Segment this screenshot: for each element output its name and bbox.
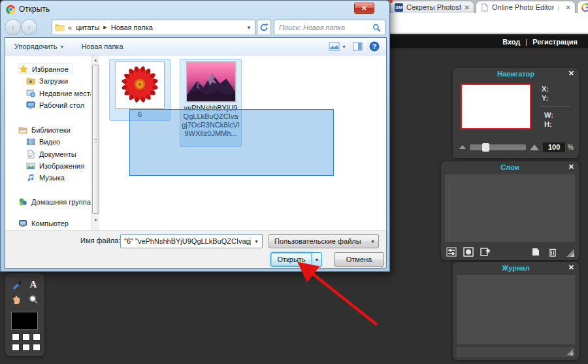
sidebar-item-music[interactable]: Музыка — [26, 172, 65, 183]
forward-button[interactable]: › — [21, 19, 37, 35]
resize-grip-icon[interactable] — [564, 247, 575, 257]
close-icon[interactable]: ✕ — [568, 163, 574, 171]
sidebar-item-video[interactable]: Видео — [26, 136, 60, 147]
search-box[interactable]: Поиск: Новая папка — [274, 20, 385, 35]
sidebar-item-recent-places[interactable]: Недавние места — [26, 88, 94, 99]
back-button[interactable]: ‹ — [5, 19, 21, 35]
documents-icon — [26, 150, 35, 159]
sidebar-item-homegroup[interactable]: Домашняя группа — [18, 196, 91, 207]
address-bar[interactable]: « цитаты ▶ Новая папка ▼ — [52, 20, 255, 35]
tab-google[interactable] — [577, 1, 588, 13]
navigator-titlebar[interactable]: Навигатор ✕ — [453, 68, 579, 80]
layer-mask-icon[interactable] — [463, 247, 474, 257]
chrome-icon — [6, 5, 16, 14]
sidebar-item-documents[interactable]: Документы — [26, 148, 76, 159]
sidebar-item-downloads[interactable]: Загрузки — [26, 75, 68, 86]
filename-input[interactable]: "6" "vePhNshhBYjU9QgLLkBuQZCIvagj7Oc ▼ — [120, 234, 263, 248]
history-title: Журнал — [502, 264, 529, 272]
login-link[interactable]: Вход — [502, 38, 520, 46]
navigator-preview[interactable] — [461, 84, 531, 129]
new-layer-icon[interactable] — [531, 247, 541, 257]
cancel-button[interactable]: Отмена — [334, 252, 384, 267]
homegroup-icon — [18, 197, 27, 207]
views-button[interactable]: ▼ — [329, 42, 346, 51]
zoom-out-icon[interactable] — [459, 145, 466, 149]
browser-toolbar — [389, 13, 588, 34]
open-button-dropdown[interactable]: ▼ — [312, 252, 322, 267]
swatch-cell[interactable] — [33, 344, 41, 351]
sidebar-scrollbar[interactable]: ▲ ▼ — [91, 56, 99, 230]
breadcrumb-new-folder[interactable]: Новая папка — [111, 24, 153, 31]
tab-label: Online Photo Editor — [492, 3, 554, 11]
history-titlebar[interactable]: Журнал ✕ — [453, 262, 579, 274]
sidebar-item-favorites[interactable]: Избранное — [18, 63, 73, 74]
collapsed-crumbs-chevron[interactable]: « — [68, 24, 72, 31]
swatch-cell[interactable] — [33, 333, 41, 340]
swatch-cell[interactable] — [22, 344, 30, 351]
navigator-title: Навигатор — [497, 70, 534, 78]
organize-menu[interactable]: Упорядочить ▼ — [14, 42, 64, 50]
layers-list[interactable] — [445, 174, 575, 242]
cancel-button-label: Отмена — [346, 256, 372, 263]
filetype-select[interactable]: Пользовательские файлы ▼ — [269, 234, 379, 248]
tab-online-photo-editor[interactable]: Online Photo Editor | ✕ — [476, 1, 576, 13]
scrollbar-thumb[interactable] — [92, 65, 99, 214]
breadcrumb-arrow-icon[interactable]: ▶ — [103, 25, 106, 30]
breadcrumb-quotes[interactable]: цитаты — [76, 24, 99, 31]
swatch-cell[interactable] — [22, 333, 30, 340]
delete-layer-icon[interactable] — [547, 247, 558, 257]
dialog-resize-grip[interactable] — [381, 263, 387, 269]
chevron-down-icon[interactable]: ▼ — [254, 239, 259, 244]
sidebar-item-libraries[interactable]: Библиотеки — [18, 124, 71, 135]
sidebar-item-desktop[interactable]: Рабочий стол — [26, 99, 84, 110]
libraries-icon — [18, 125, 27, 135]
register-link[interactable]: Регистрация — [532, 38, 578, 46]
close-icon[interactable]: ✕ — [568, 263, 574, 272]
zoom-slider-thumb[interactable] — [482, 143, 489, 152]
downloads-icon — [26, 76, 35, 86]
address-dropdown-caret[interactable]: ▼ — [246, 25, 252, 31]
close-icon: ✕ — [361, 5, 367, 12]
tab-photoshop-secrets[interactable]: ЗМ ★ Секреты Photoshop ✕ — [390, 1, 474, 13]
magnifier-icon — [28, 295, 39, 305]
swatch-cell[interactable] — [12, 344, 20, 351]
foreground-color-swatch[interactable] — [11, 312, 38, 330]
chevron-down-icon: ▼ — [342, 44, 346, 49]
open-button[interactable]: Открыть — [270, 252, 312, 267]
file-list[interactable]: 6 — [99, 56, 386, 230]
history-list[interactable] — [457, 275, 575, 344]
dialog-close-button[interactable]: ✕ — [354, 3, 374, 14]
zoom-in-icon[interactable] — [530, 144, 539, 150]
x-label: X: — [542, 85, 549, 93]
zoom-slider[interactable] — [470, 144, 526, 150]
layer-settings-icon[interactable] — [446, 247, 457, 257]
dialog-titlebar[interactable]: Открыть ✕ — [1, 1, 389, 18]
new-folder-button[interactable]: Новая папка — [81, 42, 123, 50]
zoom-value[interactable]: 100 — [543, 142, 565, 152]
text-tool[interactable]: A — [27, 278, 39, 290]
dialog-content-frame: Упорядочить ▼ Новая папка ▼ — [5, 37, 387, 269]
close-icon[interactable]: ✕ — [568, 69, 574, 78]
layers-titlebar[interactable]: Слои ✕ — [441, 161, 579, 173]
zoom-tool[interactable] — [27, 294, 39, 306]
dialog-footer: Имя файла: "6" "vePhNshhBYjU9QgLLkBuQZCI… — [5, 230, 386, 268]
open-button-label: Открыть — [277, 256, 305, 263]
sidebar-item-label: Домашняя группа — [31, 198, 91, 206]
refresh-button[interactable] — [257, 20, 271, 35]
resize-grip-icon[interactable] — [565, 347, 574, 356]
help-icon[interactable]: ? — [369, 41, 380, 52]
search-icon[interactable] — [372, 24, 381, 32]
hand-tool[interactable] — [10, 293, 22, 305]
swatch-cell[interactable] — [12, 333, 20, 340]
filename-value: "6" "vePhNshhBYjU9QgLLkBuQZCIvagj7Oc — [124, 237, 251, 245]
video-icon — [26, 137, 35, 146]
sidebar-item-pictures[interactable]: Изображения — [26, 160, 84, 171]
tab-close-icon[interactable]: ✕ — [566, 4, 571, 11]
layer-style-icon[interactable] — [480, 247, 491, 257]
svg-text:?: ? — [372, 43, 376, 50]
desktop-icon — [26, 101, 35, 110]
eyedropper-tool[interactable] — [11, 279, 23, 291]
preview-pane-icon[interactable] — [353, 42, 363, 51]
tab-close-icon[interactable]: ✕ — [465, 4, 470, 11]
sidebar-item-computer[interactable]: Компьютер — [18, 218, 69, 229]
